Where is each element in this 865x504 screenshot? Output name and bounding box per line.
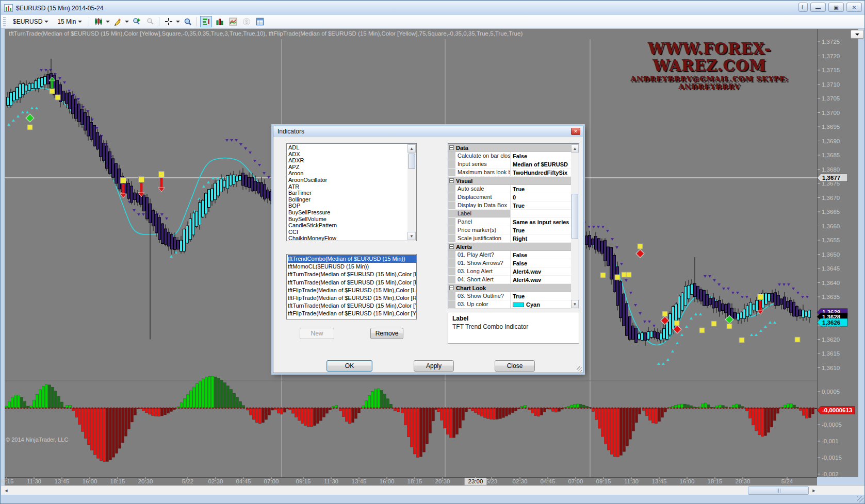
property-row[interactable]: Calculate on bar closFalse bbox=[448, 152, 571, 160]
property-section[interactable]: Alerts bbox=[448, 243, 571, 251]
dialog-close-button[interactable]: ✕ bbox=[571, 128, 580, 135]
close-dialog-button[interactable]: Close bbox=[495, 360, 535, 372]
indicator-item[interactable]: BuySellPressure bbox=[288, 209, 416, 216]
scroll-left-button[interactable]: ◄ bbox=[2, 486, 10, 495]
price-axis[interactable] bbox=[817, 29, 858, 477]
configured-indicator-item[interactable]: tftTurnTrade(Median of $EURUSD (15 Min),… bbox=[288, 279, 416, 287]
collapse-icon[interactable] bbox=[449, 178, 454, 183]
chart-properties-button[interactable] bbox=[254, 16, 266, 27]
scrollbar-thumb[interactable] bbox=[748, 486, 809, 495]
property-row[interactable]: 01. Play Alert?False bbox=[448, 251, 571, 259]
horizontal-scrollbar[interactable]: ◄ ► bbox=[1, 485, 865, 495]
indicator-item[interactable]: Bollinger bbox=[288, 196, 416, 203]
volume-button[interactable] bbox=[214, 16, 225, 27]
indicator-properties-grid[interactable]: DataCalculate on bar closFalseInput seri… bbox=[448, 143, 579, 309]
maximize-button[interactable]: ▣ bbox=[828, 3, 844, 12]
price-axis-menu-button[interactable] bbox=[851, 30, 864, 39]
property-row[interactable]: Display in Data BoxTrue bbox=[448, 201, 571, 210]
interval-label: 15 Min bbox=[57, 18, 76, 25]
indicator-item[interactable]: CCI bbox=[288, 229, 416, 236]
configured-indicators-list[interactable]: tftTrendCombo(Median of $EURUSD (15 Min)… bbox=[286, 254, 417, 320]
remove-button[interactable]: Remove bbox=[370, 328, 403, 339]
indicator-item[interactable]: CandleStickPattern bbox=[288, 222, 416, 229]
zoom-in-button[interactable] bbox=[130, 16, 142, 27]
configured-indicator-item[interactable]: tftMomoCL($EURUSD (15 Min)) bbox=[288, 263, 416, 271]
window-link-button[interactable]: L bbox=[798, 3, 808, 12]
interval-dropdown[interactable]: 15 Min bbox=[54, 16, 86, 27]
indicator-item[interactable]: ADX bbox=[288, 151, 416, 158]
scrollbar-thumb[interactable] bbox=[408, 154, 415, 169]
configured-indicator-item[interactable]: tftFlipTrade(Median of $EURUSD (15 Min),… bbox=[288, 310, 416, 317]
configured-indicator-item[interactable]: tftFlipTrade(Median of $EURUSD (15 Min),… bbox=[288, 287, 416, 294]
property-row[interactable]: Price marker(s)True bbox=[448, 226, 571, 234]
instrument-dropdown[interactable]: $EURUSD bbox=[9, 16, 52, 27]
crosshair-button[interactable] bbox=[162, 16, 174, 27]
data-box-button[interactable] bbox=[182, 16, 193, 27]
property-section[interactable]: Data bbox=[448, 144, 571, 152]
region-chart-button[interactable] bbox=[227, 16, 239, 27]
grid-scrollbar[interactable]: ▲ ▼ bbox=[571, 144, 579, 308]
toolbar-grip[interactable] bbox=[3, 17, 6, 26]
indicator-item[interactable]: ATR bbox=[288, 183, 416, 190]
dollar-button: $ bbox=[240, 16, 252, 27]
property-row[interactable]: Maximum bars look bTwoHundredFiftySix bbox=[448, 169, 571, 177]
indicator-item[interactable]: ChaikinMoneyFlow bbox=[288, 235, 416, 241]
indicator-item[interactable]: Aroon bbox=[288, 170, 416, 177]
property-row[interactable]: 03. Long AlertAlert4.wav bbox=[448, 267, 571, 276]
property-row[interactable]: 01. Show Arrows?False bbox=[448, 259, 571, 267]
scroll-up-button[interactable]: ▲ bbox=[571, 144, 579, 153]
property-row[interactable]: Label bbox=[448, 210, 571, 218]
resize-grip[interactable] bbox=[857, 496, 863, 502]
property-row[interactable]: 03. Show Outline?True bbox=[448, 292, 571, 300]
collapse-icon[interactable] bbox=[449, 285, 454, 290]
property-row[interactable]: Input seriesMedian of $EURUSD bbox=[448, 160, 571, 169]
title-bar[interactable]: $EURUSD (15 Min) 2014-05-24 L ▬ ▣ ✕ bbox=[1, 1, 865, 15]
close-button[interactable]: ✕ bbox=[846, 3, 862, 12]
scrollbar-thumb[interactable] bbox=[572, 194, 578, 239]
property-row[interactable]: Scale justificationRight bbox=[448, 234, 571, 243]
chevron-down-icon[interactable] bbox=[125, 21, 129, 23]
scroll-right-button[interactable]: ► bbox=[810, 486, 818, 495]
indicator-item[interactable]: APZ bbox=[288, 164, 416, 171]
ok-button[interactable]: OK bbox=[327, 360, 372, 372]
scroll-down-button[interactable]: ▼ bbox=[407, 232, 416, 240]
dialog-title-bar[interactable]: Indicators ✕ bbox=[273, 126, 583, 137]
watermark-line1: WWW.FOREX-WAREZ.COM bbox=[609, 41, 810, 75]
property-section[interactable]: Visual bbox=[448, 177, 571, 185]
minimize-button[interactable]: ▬ bbox=[810, 3, 826, 12]
configured-indicator-item[interactable]: tftTurnTrade(Median of $EURUSD (15 Min),… bbox=[288, 302, 416, 310]
configured-indicator-item[interactable]: tftTrendCombo(Median of $EURUSD (15 Min)… bbox=[288, 255, 416, 263]
dialog-resize-grip[interactable] bbox=[577, 366, 582, 372]
apply-button[interactable]: Apply bbox=[414, 360, 454, 372]
drawing-tools-button[interactable] bbox=[111, 16, 123, 27]
available-indicators-list[interactable]: ▲ ▼ ADLADXADXRAPZAroonAroonOscillatorATR… bbox=[286, 143, 417, 241]
property-row[interactable]: PanelSame as input series bbox=[448, 218, 571, 226]
property-row[interactable]: 04. Short AlertAlert4.wav bbox=[448, 276, 571, 284]
configured-indicator-item[interactable]: tftTurnTrade(Median of $EURUSD (15 Min),… bbox=[288, 271, 416, 278]
property-section[interactable]: Chart Look bbox=[448, 284, 571, 292]
collapse-icon[interactable] bbox=[449, 244, 454, 249]
indicator-item[interactable]: ADL bbox=[288, 144, 416, 151]
collapse-icon[interactable] bbox=[449, 145, 454, 150]
chevron-down-icon[interactable] bbox=[176, 21, 180, 23]
indicator-item[interactable]: BuySellVolume bbox=[288, 216, 416, 223]
candlestick-icon bbox=[94, 18, 103, 26]
chevron-down-icon bbox=[855, 33, 859, 36]
chart-panel-button[interactable] bbox=[200, 16, 212, 27]
configured-indicator-item[interactable]: tftFlipTrade(Median of $EURUSD (15 Min),… bbox=[288, 294, 416, 302]
indicator-item[interactable]: BOP bbox=[288, 203, 416, 209]
time-axis[interactable] bbox=[5, 477, 817, 485]
chart-style-button[interactable] bbox=[92, 16, 104, 27]
indicator-item[interactable]: AroonOscillator bbox=[288, 177, 416, 183]
description-text: TFT Trend Combo Indicator bbox=[452, 323, 575, 330]
indicator-item[interactable]: ADXR bbox=[288, 157, 416, 164]
property-row[interactable]: Displacement0 bbox=[448, 193, 571, 201]
chevron-down-icon[interactable] bbox=[106, 21, 110, 23]
property-row[interactable]: Auto scaleTrue bbox=[448, 185, 571, 193]
indicator-item[interactable]: BarTimer bbox=[288, 190, 416, 196]
list-scrollbar[interactable]: ▲ ▼ bbox=[407, 144, 416, 240]
panel-bars-icon bbox=[202, 18, 210, 26]
scroll-up-button[interactable]: ▲ bbox=[407, 144, 416, 153]
scroll-down-button[interactable]: ▼ bbox=[571, 300, 579, 308]
property-row[interactable]: 03. Up colorCyan bbox=[448, 300, 571, 309]
